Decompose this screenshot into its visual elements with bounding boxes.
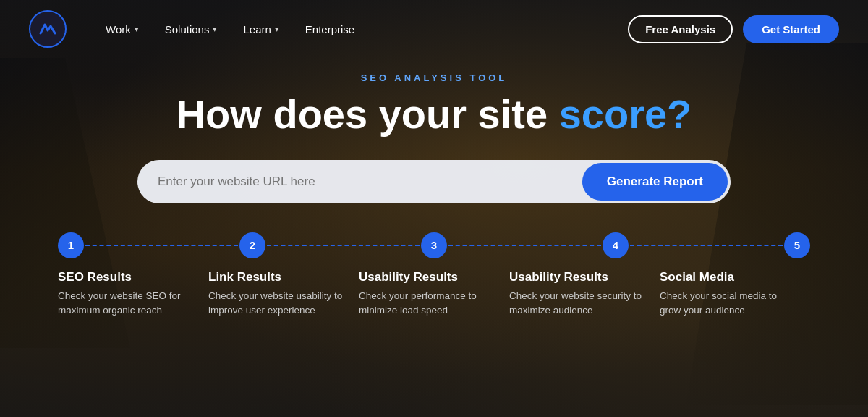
step-4-desc: Check your website security to maximize … — [509, 289, 645, 319]
get-started-button[interactable]: Get Started — [743, 15, 839, 43]
steps-content: SEO Results Check your website SEO for m… — [58, 270, 810, 319]
step-1-title: SEO Results — [58, 270, 194, 285]
steps-section: 1 2 3 4 5 SEO Results Check your website… — [29, 232, 839, 319]
steps-line: 1 2 3 4 5 — [58, 232, 810, 258]
step-2-desc: Check your website usability to improve … — [208, 289, 344, 319]
hero-section: SEO ANALYSIS TOOL How does your site sco… — [0, 58, 868, 417]
generate-report-button[interactable]: Generate Report — [582, 163, 728, 201]
step-item-4: Usability Results Check your website sec… — [509, 270, 660, 319]
step-5-desc: Check your social media to grow your aud… — [660, 289, 796, 319]
step-item-5: Social Media Check your social media to … — [660, 270, 810, 319]
hero-title: How does your site score? — [176, 92, 692, 137]
nav-item-enterprise[interactable]: Enterprise — [295, 17, 365, 41]
step-connector-4 — [630, 245, 783, 246]
step-connector-2 — [267, 245, 420, 246]
navbar: Work ▾ Solutions ▾ Learn ▾ Enterprise Fr… — [0, 0, 868, 58]
url-input[interactable] — [137, 161, 579, 202]
logo[interactable] — [29, 10, 67, 48]
step-dot-5: 5 — [784, 232, 810, 258]
step-5-title: Social Media — [660, 270, 796, 285]
nav-item-learn[interactable]: Learn ▾ — [233, 17, 289, 41]
step-connector-3 — [448, 245, 601, 246]
nav-links: Work ▾ Solutions ▾ Learn ▾ Enterprise — [95, 17, 628, 41]
step-3-title: Usability Results — [359, 270, 495, 285]
step-dot-2: 2 — [239, 232, 265, 258]
url-search-bar: Generate Report — [137, 160, 731, 203]
chevron-down-icon: ▾ — [135, 25, 139, 34]
step-connector-1 — [85, 245, 238, 246]
nav-item-work[interactable]: Work ▾ — [95, 17, 149, 41]
step-dot-3: 3 — [421, 232, 447, 258]
step-3-desc: Check your performance to minimize load … — [359, 289, 495, 319]
nav-item-solutions[interactable]: Solutions ▾ — [155, 17, 228, 41]
step-item-1: SEO Results Check your website SEO for m… — [58, 270, 208, 319]
free-analysis-button[interactable]: Free Analysis — [628, 15, 733, 43]
step-1-desc: Check your website SEO for maximum organ… — [58, 289, 194, 319]
step-item-3: Usability Results Check your performance… — [359, 270, 509, 319]
step-dot-1: 1 — [58, 232, 84, 258]
step-item-2: Link Results Check your website usabilit… — [208, 270, 359, 319]
step-dot-4: 4 — [603, 232, 629, 258]
step-2-title: Link Results — [208, 270, 344, 285]
nav-buttons: Free Analysis Get Started — [628, 15, 839, 43]
chevron-down-icon: ▾ — [213, 25, 217, 34]
step-4-title: Usability Results — [509, 270, 645, 285]
hero-subtitle: SEO ANALYSIS TOOL — [361, 72, 508, 83]
chevron-down-icon: ▾ — [275, 25, 279, 34]
